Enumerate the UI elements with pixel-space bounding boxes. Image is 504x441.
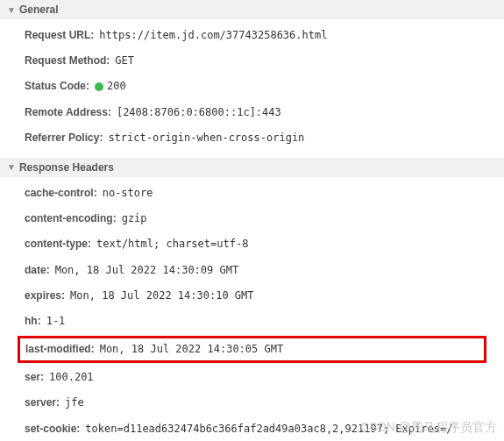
- content-encoding-label: content-encoding:: [25, 210, 117, 227]
- remote-address-value: [2408:8706:0:6800::1c]:443: [117, 104, 281, 121]
- general-section-body: Request URL: https://item.jd.com/3774325…: [0, 19, 504, 158]
- content-type-value: text/html; charset=utf-8: [96, 236, 248, 253]
- general-title: General: [19, 4, 59, 16]
- collapse-arrow-icon: ▼: [7, 162, 16, 172]
- set-cookie-value: token=d11ead632474b6c366faf2ad49a03ac8,2…: [85, 421, 452, 437]
- request-url-value: https://item.jd.com/37743258636.html: [99, 27, 327, 44]
- expires-value: Mon, 18 Jul 2022 14:30:10 GMT: [70, 288, 254, 304]
- referrer-policy-row: Referrer Policy: strict-origin-when-cros…: [0, 125, 504, 151]
- collapse-arrow-icon: ▼: [7, 5, 16, 15]
- set-cookie-label: set-cookie:: [25, 421, 80, 437]
- response-headers-title: Response Headers: [19, 161, 114, 174]
- ser-value: 100.201: [49, 369, 94, 386]
- request-method-label: Request Method:: [25, 53, 110, 69]
- server-value: jfe: [65, 395, 84, 411]
- date-label: date:: [25, 262, 50, 279]
- response-headers-section-body: cache-control: no-store content-encoding…: [0, 177, 504, 441]
- date-row: date: Mon, 18 Jul 2022 14:30:09 GMT: [0, 258, 504, 283]
- status-dot-icon: [95, 82, 103, 91]
- last-modified-value: Mon, 18 Jul 2022 14:30:05 GMT: [100, 341, 284, 358]
- date-value: Mon, 18 Jul 2022 14:30:09 GMT: [55, 262, 239, 279]
- request-method-row: Request Method: GET: [0, 48, 504, 74]
- remote-address-label: Remote Address:: [25, 104, 111, 121]
- last-modified-row: last-modified: Mon, 18 Jul 2022 14:30:05…: [18, 336, 486, 363]
- content-type-label: content-type:: [25, 236, 91, 253]
- server-label: server:: [25, 395, 60, 411]
- remote-address-row: Remote Address: [2408:8706:0:6800::1c]:4…: [0, 100, 504, 125]
- general-section-header[interactable]: ▼ General: [0, 0, 504, 19]
- referrer-policy-value: strict-origin-when-cross-origin: [108, 130, 304, 146]
- hh-row: hh: 1-1: [0, 309, 504, 334]
- cache-control-row: cache-control: no-store: [0, 181, 504, 206]
- hh-label: hh:: [25, 313, 41, 330]
- status-code-value: 200: [95, 78, 126, 95]
- ser-row: ser: 100.201: [0, 365, 504, 390]
- server-row: server: jfe: [0, 390, 504, 416]
- expires-row: expires: Mon, 18 Jul 2022 14:30:10 GMT: [0, 283, 504, 309]
- request-url-row: Request URL: https://item.jd.com/3774325…: [0, 23, 504, 48]
- expires-label: expires:: [25, 288, 65, 304]
- cache-control-label: cache-control:: [25, 185, 97, 202]
- cache-control-value: no-store: [103, 185, 153, 202]
- request-url-label: Request URL:: [25, 27, 94, 44]
- status-code-row: Status Code: 200: [0, 74, 504, 99]
- request-method-value: GET: [115, 53, 134, 69]
- referrer-policy-label: Referrer Policy:: [25, 130, 103, 146]
- content-type-row: content-type: text/html; charset=utf-8: [0, 231, 504, 257]
- status-code-label: Status Code:: [25, 78, 89, 95]
- set-cookie-row: set-cookie: token=d11ead632474b6c366faf2…: [0, 416, 504, 441]
- content-encoding-row: content-encoding: gzip: [0, 206, 504, 231]
- last-modified-label: last-modified:: [25, 341, 95, 358]
- ser-label: ser:: [25, 369, 44, 386]
- response-headers-section-header[interactable]: ▼ Response Headers: [0, 158, 504, 177]
- hh-value: 1-1: [46, 313, 66, 330]
- content-encoding-value: gzip: [122, 210, 147, 227]
